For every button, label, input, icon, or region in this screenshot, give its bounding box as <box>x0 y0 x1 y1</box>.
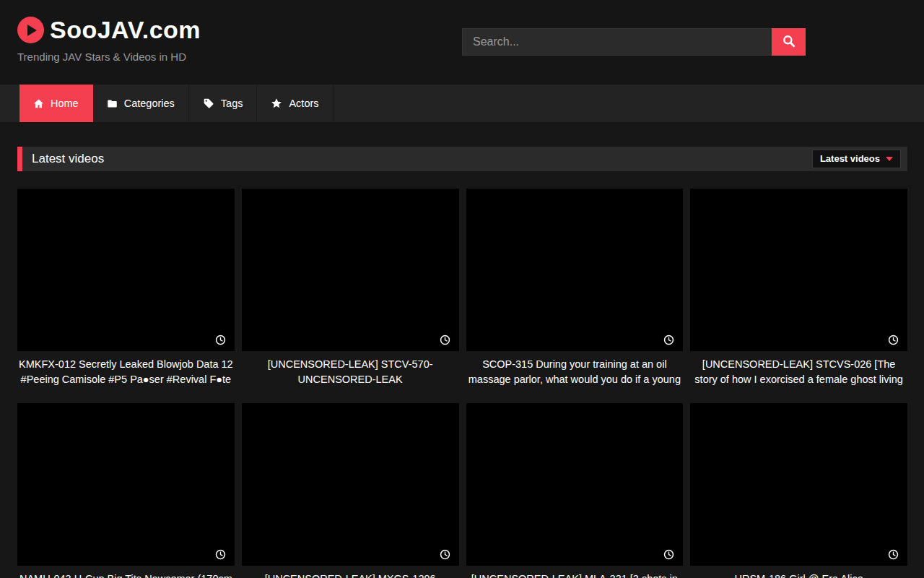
sort-dropdown[interactable]: Latest videos <box>812 150 901 168</box>
site-logo[interactable]: SooJAV.com <box>17 16 201 44</box>
clock-icon <box>663 549 674 560</box>
clock-icon <box>663 335 674 345</box>
nav-item-categories[interactable]: Categories <box>93 85 189 122</box>
sort-dropdown-label: Latest videos <box>820 153 880 164</box>
video-card[interactable]: HRSM-186 Girl @ Era Alice <box>690 403 907 578</box>
video-card[interactable]: [UNCENSORED-LEAK] MXGS-1296 Absolutely <box>242 403 459 578</box>
tags-icon <box>203 98 214 109</box>
video-card[interactable]: KMKFX-012 Secretly Leaked Blowjob Data 1… <box>17 189 235 387</box>
nav-item-home[interactable]: Home <box>19 85 93 122</box>
search-form <box>462 28 806 56</box>
nav-item-tags[interactable]: Tags <box>189 85 258 122</box>
clock-icon <box>440 335 450 345</box>
video-thumbnail[interactable] <box>466 403 684 566</box>
folder-icon <box>107 98 118 109</box>
video-thumbnail[interactable] <box>242 403 459 566</box>
video-card[interactable]: [UNCENSORED-LEAK] STCV-570-UNCENSORED-LE… <box>242 189 459 387</box>
site-header: SooJAV.com Trending JAV Stars & Videos i… <box>0 0 924 85</box>
video-title[interactable]: [UNCENSORED-LEAK] MLA-231 [3 shots in <box>466 571 684 578</box>
nav-item-label: Tags <box>221 98 243 109</box>
chevron-down-icon <box>886 157 893 161</box>
video-card[interactable]: [UNCENSORED-LEAK] STCVS-026 [The story o… <box>690 189 907 387</box>
play-icon <box>17 17 44 43</box>
clock-icon <box>440 549 450 560</box>
video-thumbnail[interactable] <box>242 189 459 351</box>
nav-item-label: Categories <box>124 98 175 109</box>
section-header: Latest videos Latest videos <box>17 147 907 171</box>
clock-icon <box>888 335 899 345</box>
video-title[interactable]: HRSM-186 Girl @ Era Alice <box>690 571 907 578</box>
section-title: Latest videos <box>32 152 104 166</box>
video-title[interactable]: NAMU-043 H-Cup Big Tits Newcomer (170cm … <box>17 571 235 578</box>
nav-item-label: Actors <box>289 98 318 109</box>
search-button[interactable] <box>772 28 806 56</box>
clock-icon <box>215 549 226 560</box>
video-card[interactable]: SCOP-315 During your training at an oil … <box>466 189 684 387</box>
video-card[interactable]: [UNCENSORED-LEAK] MLA-231 [3 shots in <box>466 403 684 578</box>
site-tagline: Trending JAV Stars & Videos in HD <box>17 51 201 63</box>
main-nav: Home Categories Tags Actors <box>0 85 924 122</box>
home-icon <box>33 98 44 109</box>
video-grid: KMKFX-012 Secretly Leaked Blowjob Data 1… <box>17 189 907 578</box>
video-thumbnail[interactable] <box>17 189 235 351</box>
main-content: Latest videos Latest videos KMKFX-012 Se… <box>17 147 907 578</box>
search-icon <box>782 34 796 51</box>
search-input[interactable] <box>462 28 772 56</box>
star-icon <box>271 98 282 109</box>
video-thumbnail[interactable] <box>17 403 235 566</box>
logo-block: SooJAV.com Trending JAV Stars & Videos i… <box>17 16 201 63</box>
video-title[interactable]: [UNCENSORED-LEAK] MXGS-1296 Absolutely <box>242 571 459 578</box>
video-card[interactable]: NAMU-043 H-Cup Big Tits Newcomer (170cm … <box>17 403 235 578</box>
video-thumbnail[interactable] <box>466 189 684 351</box>
clock-icon <box>888 549 899 560</box>
video-thumbnail[interactable] <box>690 403 907 566</box>
nav-item-actors[interactable]: Actors <box>257 85 333 122</box>
video-title[interactable]: [UNCENSORED-LEAK] STCV-570-UNCENSORED-LE… <box>242 357 459 387</box>
video-title[interactable]: KMKFX-012 Secretly Leaked Blowjob Data 1… <box>17 357 235 387</box>
site-title: SooJAV.com <box>50 16 201 44</box>
clock-icon <box>215 335 226 345</box>
nav-item-label: Home <box>51 98 79 109</box>
video-title[interactable]: SCOP-315 During your training at an oil … <box>466 357 684 387</box>
video-title[interactable]: [UNCENSORED-LEAK] STCVS-026 [The story o… <box>690 357 907 387</box>
video-thumbnail[interactable] <box>690 189 907 351</box>
